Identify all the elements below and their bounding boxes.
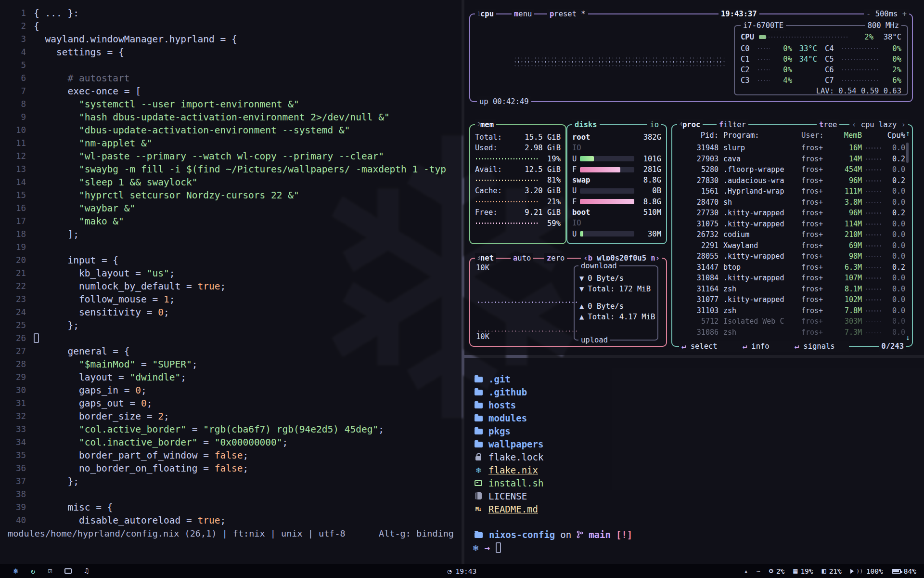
process-row[interactable]: 27730.kitty-wrappedfros+96M0.2 (679, 208, 905, 219)
tray-overflow-icon[interactable]: ⋯ (757, 567, 760, 575)
music-icon[interactable]: ♫ (84, 567, 89, 575)
update-icon[interactable]: ↻ (31, 567, 36, 575)
header-mem[interactable]: MemB (835, 130, 862, 143)
clock-time[interactable]: 19:43 (456, 567, 477, 575)
editor-line[interactable]: 25 }; (0, 319, 462, 332)
system-monitor-window[interactable]: 1cpu menu preset * 19:43:37 - 500ms + i7… (464, 0, 924, 355)
shell-input-line[interactable]: ❄ → (464, 541, 924, 554)
editor-line[interactable]: 38 (0, 488, 462, 501)
editor-line[interactable]: 5 (0, 59, 462, 72)
process-row[interactable]: 31077.kitty-wrappedfros+102M0.0 (679, 294, 905, 305)
scroll-up-icon[interactable]: ↑ (906, 129, 910, 138)
editor-line[interactable]: 3 wayland.windowManager.hyprland = { (0, 33, 462, 46)
file-entry[interactable]: ❄flake.nix (473, 463, 924, 476)
process-table-header[interactable]: Pid: Program: User: MemB Cpu% (679, 130, 905, 143)
process-row[interactable]: 27903cavafros+14M0.2 (679, 154, 905, 165)
editor-line[interactable]: 21 kb_layout = "us"; (0, 267, 462, 280)
editor-line[interactable]: 16 "waybar &" (0, 202, 462, 215)
process-row[interactable]: 31948slurpfros+16M0.0 (679, 143, 905, 154)
editor-line[interactable]: 2{ (0, 20, 462, 33)
editor-line[interactable]: 40 disable_autoreload = true; (0, 514, 462, 527)
bar-metric-memory[interactable]: ▦19% (793, 567, 813, 575)
editor-line[interactable]: 31 gaps_out = 0; (0, 397, 462, 410)
header-user[interactable]: User: (801, 130, 835, 143)
scroll-down-icon[interactable]: ↓ (906, 333, 910, 342)
update-interval-control[interactable]: - 500ms + (864, 9, 909, 19)
editor-line[interactable]: 12 "wl-paste --primary --watch wl-copy -… (0, 150, 462, 163)
editor-line[interactable]: 27 general = { (0, 345, 462, 358)
editor-line[interactable]: 18 ]; (0, 228, 462, 241)
editor-line[interactable]: 37 }; (0, 475, 462, 488)
header-cpu[interactable]: Cpu% (884, 130, 905, 143)
header-pid[interactable]: Pid: (679, 130, 719, 143)
editor-line[interactable]: 32 border_size = 2; (0, 410, 462, 423)
process-row[interactable]: 27830.audacious-wrafros+96M0.2 (679, 175, 905, 186)
proc-footer-button[interactable]: ↵ info (743, 341, 770, 352)
process-row[interactable]: 31086zshfros+7.3M0.0 (679, 327, 905, 338)
net-auto-button[interactable]: auto (511, 253, 533, 263)
editor-line[interactable]: 35 border_part_of_window = false; (0, 449, 462, 462)
process-row[interactable]: 28055.kitty-wrappedfros+98M0.0 (679, 251, 905, 262)
editor-line[interactable]: 9 "hash dbus-update-activation-environme… (0, 111, 462, 124)
header-program[interactable]: Program: (719, 130, 801, 143)
editor-line[interactable]: 14 "sleep 1 && swaylock" (0, 176, 462, 189)
editor-line[interactable]: 20 input = { (0, 254, 462, 267)
terminal-launcher-icon[interactable] (64, 568, 72, 574)
process-row[interactable]: 31103zshfros+7.8M0.0 (679, 305, 905, 316)
editor-line[interactable]: 22 numlock_by_default = true; (0, 280, 462, 293)
proc-footer-button[interactable]: ↵ select (681, 341, 718, 352)
bar-metric-cpu[interactable]: ⚙2% (769, 567, 785, 575)
process-row[interactable]: 31075.kitty-wrappedfros+114M0.0 (679, 219, 905, 230)
bar-metric-disk[interactable]: ◧21% (822, 567, 842, 575)
editor-line[interactable]: 15 "hyprctl setcursor Nordzy-cursors 22 … (0, 189, 462, 202)
nixos-launcher-icon[interactable]: ❄ (13, 567, 18, 575)
memory-box-title[interactable]: 2mem (475, 119, 496, 130)
editor-text-area[interactable]: 1{ ... }:2{3 wayland.windowManager.hyprl… (0, 0, 462, 527)
editor-line[interactable]: 24 sensitivity = 0; (0, 306, 462, 319)
bar-metric-volume[interactable]: ))100% (850, 567, 883, 575)
process-row[interactable]: 31447btopfros+6.3M0.2 (679, 262, 905, 273)
editor-line[interactable]: 23 follow_mouse = 1; (0, 293, 462, 306)
editor-line[interactable]: 4 settings = { (0, 46, 462, 59)
cpu-box-title[interactable]: 1cpu (475, 9, 496, 19)
proc-footer-button[interactable]: ↵ signals (795, 341, 835, 352)
editor-line[interactable]: 34 "col.inactive_border" = "0x00000000"; (0, 436, 462, 449)
menu-button[interactable]: menu (512, 9, 534, 19)
editor-line[interactable]: 11 "nm-applet &" (0, 137, 462, 150)
editor-line[interactable]: 36 no_border_on_floating = false; (0, 462, 462, 475)
editor-line[interactable]: 8 "systemctl --user import-environment &… (0, 98, 462, 111)
editor-line[interactable]: 1{ ... }: (0, 7, 462, 20)
preset-button[interactable]: preset * (547, 9, 588, 19)
io-mode-button[interactable]: io (647, 119, 661, 130)
tray-expander-icon[interactable]: ▴ (744, 567, 748, 575)
editor-window[interactable]: 1{ ... }:2{3 wayland.windowManager.hyprl… (0, 0, 462, 564)
editor-line[interactable]: 10 "dbus-update-activation-environment -… (0, 124, 462, 137)
editor-line[interactable]: 13 "swaybg -m fill -i $(find ~/Pictures/… (0, 163, 462, 176)
network-box-title[interactable]: 3net (475, 253, 496, 263)
bar-metric-battery[interactable]: 84% (892, 567, 916, 575)
editor-line[interactable]: 29 layout = "dwindle"; (0, 371, 462, 384)
process-row[interactable]: 31164zshfros+8.1M0.0 (679, 284, 905, 295)
editor-line[interactable]: 28 "$mainMod" = "SUPER"; (0, 358, 462, 371)
process-row[interactable]: 5712Isolated Web Cfros+303M0.0 (679, 316, 905, 327)
process-row[interactable]: 5280.floorp-wrappefros+454M0.0 (679, 164, 905, 175)
editor-line[interactable]: 17 "mako &" (0, 215, 462, 228)
process-scrollbar[interactable] (906, 143, 909, 163)
editor-line[interactable]: 39 misc = { (0, 501, 462, 514)
process-row[interactable]: 26732codiumfros+210M0.0 (679, 229, 905, 240)
net-zero-button[interactable]: zero (544, 253, 567, 263)
process-row[interactable]: 1561.Hyprland-wrapfros+111M0.0 (679, 186, 905, 197)
process-row[interactable]: 31084.kitty-wrappedfros+107M0.0 (679, 273, 905, 284)
editor-line[interactable]: 19 (0, 241, 462, 254)
editor-line[interactable]: 6 # autostart (0, 72, 462, 85)
editor-line[interactable]: 7 exec-once = [ (0, 85, 462, 98)
editor-line[interactable]: 26 (0, 332, 462, 345)
tasks-icon[interactable]: ☑ (48, 567, 52, 575)
editor-line[interactable]: 30 gaps_in = 0; (0, 384, 462, 397)
process-row[interactable]: 28470shfros+3.8M0.0 (679, 197, 905, 208)
editor-line[interactable]: 33 "col.active_border" = "rgb(cba6f7) rg… (0, 423, 462, 436)
terminal-window[interactable]: .git.githubhostsmodulespkgswallpapersfla… (464, 358, 924, 564)
file-entry[interactable]: M↓README.md (473, 502, 924, 515)
process-row[interactable]: 2291Xwaylandfros+69M0.0 (679, 240, 905, 251)
disks-box-title[interactable]: disks (572, 119, 600, 130)
